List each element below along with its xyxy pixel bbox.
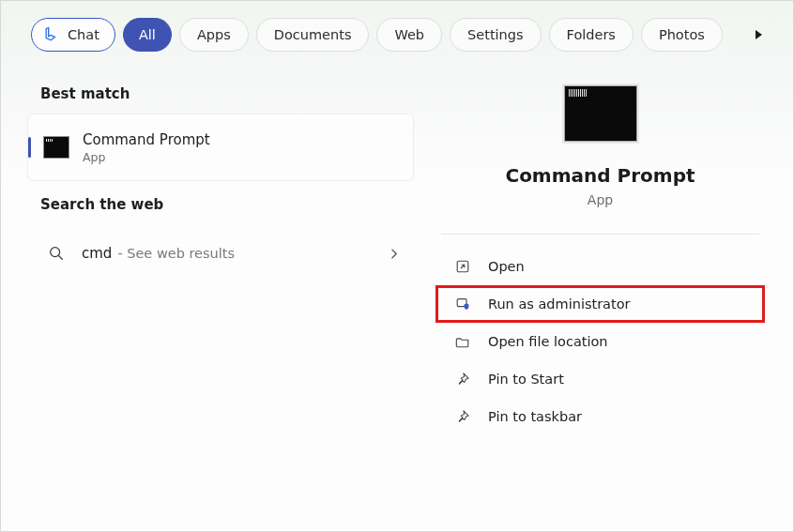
action-label: Pin to Start <box>488 372 564 387</box>
bing-chat-icon <box>41 24 62 45</box>
svg-point-0 <box>51 248 60 257</box>
open-icon <box>454 258 471 275</box>
filter-label: Folders <box>567 27 616 42</box>
filter-label: Settings <box>467 27 523 42</box>
best-match-subtitle: App <box>83 150 210 164</box>
filter-label: Documents <box>274 27 352 42</box>
action-label: Pin to taskbar <box>488 409 582 424</box>
action-pin-to-taskbar[interactable]: Pin to taskbar <box>439 398 761 435</box>
filter-folders[interactable]: Folders <box>549 18 634 52</box>
filter-settings[interactable]: Settings <box>450 18 541 52</box>
section-header-search-web: Search the web <box>1 181 425 224</box>
detail-subtitle: App <box>435 192 765 207</box>
filter-label: Web <box>394 27 424 42</box>
web-query-text: cmd <box>82 245 112 262</box>
results-column: Best match Command Prompt App Search the… <box>1 63 425 527</box>
filter-web[interactable]: Web <box>376 18 442 52</box>
filter-label: Apps <box>197 27 231 42</box>
command-prompt-icon <box>43 136 69 159</box>
detail-panel: Command Prompt App Open Run as administr… <box>425 63 793 527</box>
filter-photos[interactable]: Photos <box>641 18 723 52</box>
pin-icon <box>454 371 471 388</box>
action-label: Run as administrator <box>488 296 631 312</box>
best-match-title: Command Prompt <box>83 131 210 148</box>
action-label: Open <box>488 259 525 274</box>
section-header-best-match: Best match <box>1 70 425 114</box>
action-open[interactable]: Open <box>439 248 761 285</box>
chevron-right-icon <box>388 247 401 260</box>
action-label: Open file location <box>488 334 608 349</box>
scroll-filters-right-icon[interactable] <box>750 25 769 44</box>
action-run-as-administrator[interactable]: Run as administrator <box>435 285 765 323</box>
filter-chat[interactable]: Chat <box>31 18 115 52</box>
action-pin-to-start[interactable]: Pin to Start <box>439 360 761 398</box>
folder-icon <box>454 333 471 350</box>
filter-label: Chat <box>68 27 99 42</box>
filter-label: Photos <box>659 27 705 42</box>
detail-title: Command Prompt <box>435 164 765 187</box>
svg-line-1 <box>59 256 63 260</box>
filter-documents[interactable]: Documents <box>256 18 370 52</box>
command-prompt-large-icon <box>564 85 637 142</box>
admin-shield-icon <box>454 296 471 312</box>
filter-apps[interactable]: Apps <box>179 18 249 52</box>
web-search-result[interactable]: cmd - See web results <box>27 228 414 279</box>
best-match-result[interactable]: Command Prompt App <box>27 114 414 181</box>
divider <box>441 234 759 235</box>
search-icon <box>48 245 65 262</box>
filter-all[interactable]: All <box>123 18 172 52</box>
filter-label: All <box>139 27 156 42</box>
pin-icon <box>454 408 471 425</box>
search-filter-bar: Chat All Apps Documents Web Settings Fol… <box>1 1 793 63</box>
action-open-file-location[interactable]: Open file location <box>439 323 761 360</box>
web-query-suffix: - See web results <box>117 246 235 261</box>
